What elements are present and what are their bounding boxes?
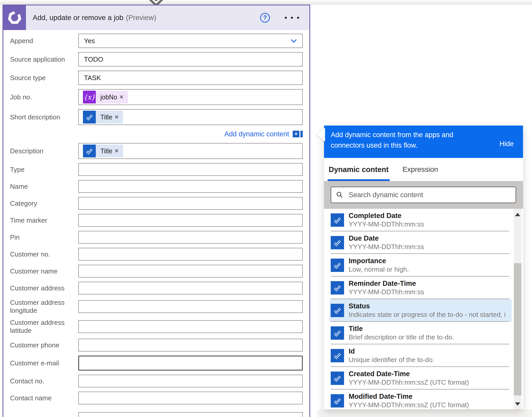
dynamic-content-item[interactable]: Id Unique identifier of the to-do. <box>329 344 512 367</box>
form-field-row: Pin <box>10 231 303 244</box>
dynamic-content-item-text: Due Date YYYY-MM-DDThh:mm:ss <box>349 234 424 251</box>
dynamic-token-pill[interactable]: Title✕ <box>83 145 123 157</box>
form-field-row: Category <box>10 197 303 210</box>
dynamic-content-item-text: Importance Low, normal or high. <box>349 257 409 274</box>
field-label: Contact no. <box>10 377 78 385</box>
help-icon[interactable]: ? <box>260 13 270 23</box>
dynamic-content-list: Completed Date YYYY-MM-DDThh:mm:ss Due D… <box>324 209 523 409</box>
field-input[interactable] <box>78 248 303 261</box>
panel-scrollbar[interactable] <box>514 209 521 409</box>
field-label: Customer name <box>10 267 78 275</box>
token-label: Title <box>100 113 112 121</box>
flow-designer-canvas: { "icons": { "expression": "{x}", "close… <box>0 0 532 417</box>
form-field-row: Source type TASK <box>10 71 303 85</box>
field-input[interactable] <box>78 180 303 193</box>
field-input[interactable]: Title✕ <box>78 143 303 159</box>
dynamic-content-item-text: Title Brief description or title of the … <box>349 325 454 342</box>
scroll-down-icon[interactable] <box>515 402 520 406</box>
field-input[interactable] <box>78 214 303 227</box>
hide-button[interactable]: Hide <box>499 130 514 158</box>
todo-connector-icon <box>331 372 344 385</box>
scroll-up-icon[interactable] <box>515 213 520 216</box>
dynamic-content-item[interactable]: Title Brief description or title of the … <box>329 322 512 344</box>
todo-connector-icon <box>331 304 344 317</box>
dynamic-token-pill[interactable]: {x}jobNo✕ <box>83 91 128 103</box>
add-dynamic-content-plus-icon[interactable]: + <box>293 131 299 137</box>
action-card-header[interactable]: Add, update or remove a job(Preview) ? <box>3 5 309 30</box>
field-label: Customer no. <box>10 250 78 258</box>
token-remove-icon[interactable]: ✕ <box>119 94 124 100</box>
dynamic-content-item-title: Importance <box>349 257 409 265</box>
form-field-row: Append Yes <box>10 34 303 48</box>
form-field-row: Short description Title✕ <box>10 109 303 125</box>
form-field-row: Name <box>10 180 303 193</box>
field-input[interactable] <box>78 163 303 176</box>
todo-connector-icon <box>83 111 96 124</box>
dynamic-token-pill[interactable]: Title✕ <box>83 111 123 124</box>
todo-connector-icon <box>83 145 96 157</box>
field-input[interactable] <box>78 300 303 313</box>
tab-dynamic-content[interactable]: Dynamic content <box>329 158 389 181</box>
scrollbar-thumb[interactable] <box>514 263 521 395</box>
dynamic-content-item-desc: YYYY-MM-DDThh:mm:ss <box>349 288 424 296</box>
field-input[interactable]: {x}jobNo✕ <box>78 89 303 105</box>
dynamic-content-item-desc: YYYY-MM-DDThh:mm:ss <box>349 220 424 229</box>
todo-connector-icon <box>331 259 344 272</box>
field-label: Contact name <box>10 394 78 402</box>
dynamic-content-item[interactable]: Due Date YYYY-MM-DDThh:mm:ss <box>329 231 512 254</box>
dynamic-content-item-desc: Low, normal or high. <box>349 265 409 274</box>
field-label: Name <box>10 183 78 191</box>
field-input[interactable]: Yes <box>78 34 303 48</box>
field-value: Yes <box>84 37 95 45</box>
token-label: Title <box>100 147 112 155</box>
form-field-row: Customer address latitude <box>10 319 303 335</box>
dynamic-content-item[interactable]: Status Indicates state or progress of th… <box>329 299 512 322</box>
dynamic-content-item[interactable]: Created Date-Time YYYY-MM-DDThh:mm:ssZ (… <box>329 367 512 390</box>
field-input[interactable] <box>78 231 303 244</box>
field-input[interactable] <box>78 265 303 278</box>
dynamic-content-item-text: Reminder Date-Time YYYY-MM-DDThh:mm:ss <box>349 279 424 296</box>
field-value: TASK <box>84 74 101 82</box>
field-input[interactable] <box>78 320 303 333</box>
field-input[interactable] <box>78 339 303 352</box>
panel-tabs: Dynamic content Expression <box>324 158 523 181</box>
todo-connector-icon <box>331 236 344 249</box>
dynamic-content-item-text: Completed Date YYYY-MM-DDThh:mm:ss <box>349 212 424 229</box>
field-label: Time marker <box>10 216 78 224</box>
chevron-down-icon <box>289 37 298 45</box>
expression-fx-icon: {x} <box>83 91 96 103</box>
field-input[interactable]: TASK <box>78 71 303 85</box>
ellipsis-menu-icon[interactable] <box>285 17 299 19</box>
dynamic-content-item-text: Created Date-Time YYYY-MM-DDThh:mm:ssZ (… <box>349 370 469 387</box>
field-input[interactable]: TODO <box>78 52 303 67</box>
form-field-row: Source application TODO <box>10 52 303 67</box>
add-dynamic-content-link[interactable]: Add dynamic content <box>224 130 289 138</box>
search-box[interactable] <box>331 187 516 203</box>
dynamic-content-item[interactable]: Completed Date YYYY-MM-DDThh:mm:ss <box>329 209 512 231</box>
dynamic-content-item-title: Status <box>349 302 505 310</box>
token-remove-icon[interactable]: ✕ <box>114 148 119 154</box>
field-label: Short description <box>10 113 78 121</box>
field-input[interactable]: Title✕ <box>78 109 303 125</box>
dynamic-content-item[interactable]: Importance Low, normal or high. <box>329 254 512 277</box>
dynamic-content-item[interactable]: Modified Date-Time YYYY-MM-DDThh:mm:ssZ … <box>329 390 512 409</box>
field-input[interactable] <box>78 282 303 295</box>
field-label: Append <box>10 37 78 45</box>
panel-header: Add dynamic content from the apps and co… <box>324 126 523 158</box>
card-title-preview: (Preview) <box>126 14 156 22</box>
dynamic-content-item[interactable]: Reminder Date-Time YYYY-MM-DDThh:mm:ss <box>329 277 512 299</box>
field-label: Description <box>10 147 78 155</box>
field-input[interactable] <box>78 375 303 387</box>
field-input[interactable] <box>78 392 303 404</box>
token-remove-icon[interactable]: ✕ <box>114 114 119 120</box>
field-label: Customer phone <box>10 341 78 349</box>
field-input[interactable] <box>78 197 303 210</box>
search-input[interactable] <box>348 191 511 199</box>
field-input[interactable] <box>78 356 303 371</box>
dynamic-content-item-text: Id Unique identifier of the to-do. <box>349 347 434 364</box>
field-label: Category <box>10 200 78 207</box>
tab-expression[interactable]: Expression <box>403 158 438 181</box>
panel-header-text: Add dynamic content from the apps and co… <box>331 130 480 158</box>
todo-connector-icon <box>331 213 344 227</box>
field-input[interactable] <box>78 412 303 417</box>
